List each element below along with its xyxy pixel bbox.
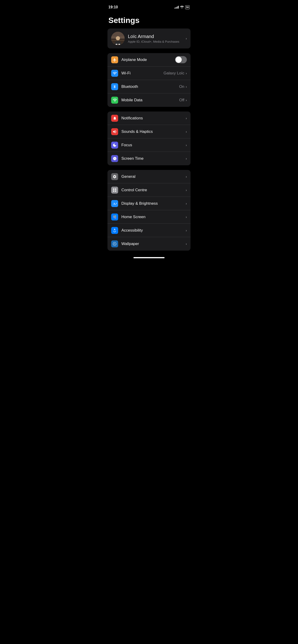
focus-label: Focus	[121, 143, 132, 148]
airplane-mode-row[interactable]: Airplane Mode	[107, 53, 191, 66]
general-label: General	[121, 174, 135, 179]
accessibility-label: Accessibility	[121, 228, 143, 233]
status-time: 19:10	[108, 5, 118, 9]
profile-chevron: ›	[186, 37, 187, 40]
sounds-row[interactable]: Sounds & Haptics ›	[107, 125, 191, 138]
wallpaper-row[interactable]: Wallpaper ›	[107, 237, 191, 250]
wifi-chevron: ›	[186, 72, 187, 75]
wallpaper-label: Wallpaper	[121, 242, 139, 246]
bluetooth-icon	[111, 83, 118, 90]
mobile-data-icon	[111, 97, 118, 104]
control-centre-chevron: ›	[186, 188, 187, 192]
wallpaper-icon	[111, 240, 118, 247]
sounds-label: Sounds & Haptics	[121, 129, 153, 134]
mobile-data-label: Mobile Data	[121, 98, 143, 102]
system-group-2: General › Control Centre › AA Display & …	[107, 170, 191, 250]
notifications-chevron: ›	[186, 116, 187, 120]
sounds-content: Sounds & Haptics ›	[121, 129, 187, 134]
notifications-icon	[111, 115, 118, 122]
screen-time-label: Screen Time	[121, 156, 143, 161]
home-screen-row[interactable]: Home Screen ›	[107, 210, 191, 224]
signal-icon	[175, 6, 179, 8]
profile-subtitle: Apple ID, iCloud+, Media & Purchases	[128, 40, 186, 43]
notifications-row[interactable]: Notifications ›	[107, 112, 191, 125]
bluetooth-content: Bluetooth On ›	[121, 84, 187, 89]
airplane-mode-icon	[111, 56, 118, 63]
page-title: Settings	[104, 11, 194, 28]
bluetooth-row[interactable]: Bluetooth On ›	[107, 80, 191, 94]
display-brightness-content: Display & Brightness ›	[121, 201, 187, 206]
status-bar: 19:10 94	[104, 0, 194, 11]
mobile-data-row[interactable]: Mobile Data Off ›	[107, 94, 191, 107]
accessibility-content: Accessibility ›	[121, 228, 187, 233]
wifi-right: Galaxy Loïc ›	[164, 71, 187, 76]
screen-time-chevron: ›	[186, 157, 187, 160]
screen-time-row[interactable]: Screen Time ›	[107, 152, 191, 165]
bluetooth-right: On ›	[179, 84, 187, 89]
focus-icon	[111, 142, 118, 148]
accessibility-chevron: ›	[186, 228, 187, 232]
airplane-mode-content: Airplane Mode	[121, 56, 187, 63]
svg-rect-10	[115, 190, 116, 192]
display-brightness-row[interactable]: AA Display & Brightness ›	[107, 197, 191, 210]
display-brightness-chevron: ›	[186, 202, 187, 206]
profile-name: Loïc Armand	[128, 34, 186, 39]
svg-rect-9	[113, 190, 114, 192]
focus-content: Focus ›	[121, 143, 187, 148]
svg-point-13	[114, 215, 115, 216]
general-icon	[111, 173, 118, 180]
svg-point-16	[114, 216, 115, 218]
display-brightness-icon: AA	[111, 200, 118, 207]
profile-group: Loïc Armand Apple ID, iCloud+, Media & P…	[107, 28, 191, 48]
home-screen-icon	[111, 214, 118, 220]
svg-point-12	[113, 215, 114, 216]
svg-point-15	[113, 216, 114, 218]
mobile-data-value: Off	[179, 98, 184, 102]
general-content: General ›	[121, 174, 187, 179]
mobile-data-right: Off ›	[179, 98, 187, 102]
home-screen-label: Home Screen	[121, 215, 146, 219]
screen-time-content: Screen Time ›	[121, 156, 187, 161]
control-centre-label: Control Centre	[121, 188, 147, 192]
wifi-row[interactable]: Wi-Fi Galaxy Loïc ›	[107, 66, 191, 80]
notifications-label: Notifications	[121, 116, 143, 120]
system-group-1: Notifications › Sounds & Haptics › Focus…	[107, 112, 191, 165]
profile-row[interactable]: Loïc Armand Apple ID, iCloud+, Media & P…	[107, 28, 191, 48]
svg-rect-8	[115, 188, 116, 190]
control-centre-row[interactable]: Control Centre ›	[107, 183, 191, 197]
profile-info: Loïc Armand Apple ID, iCloud+, Media & P…	[128, 34, 186, 43]
home-bar	[133, 257, 165, 258]
svg-point-17	[115, 216, 116, 218]
accessibility-icon	[111, 227, 118, 234]
svg-point-14	[115, 215, 116, 216]
svg-point-5	[116, 44, 117, 45]
svg-point-18	[113, 218, 114, 218]
status-icons: 94	[175, 5, 190, 9]
svg-point-24	[114, 244, 115, 244]
mobile-data-chevron: ›	[186, 98, 187, 102]
wifi-content: Wi-Fi Galaxy Loïc ›	[121, 71, 187, 76]
home-indicator	[104, 255, 194, 260]
wifi-icon	[111, 70, 118, 77]
notifications-content: Notifications ›	[121, 116, 187, 120]
svg-point-6	[118, 44, 120, 45]
wallpaper-content: Wallpaper ›	[121, 242, 187, 246]
general-row[interactable]: General ›	[107, 170, 191, 183]
sounds-icon	[111, 128, 118, 135]
focus-row[interactable]: Focus ›	[107, 138, 191, 152]
home-screen-content: Home Screen ›	[121, 215, 187, 219]
avatar	[111, 32, 125, 45]
home-screen-chevron: ›	[186, 215, 187, 219]
connectivity-group: Airplane Mode Wi-Fi Galaxy Loïc ›	[107, 53, 191, 107]
svg-text:AA: AA	[113, 202, 117, 206]
svg-point-4	[116, 36, 120, 40]
airplane-mode-label: Airplane Mode	[121, 58, 147, 62]
bluetooth-chevron: ›	[186, 85, 187, 88]
airplane-mode-toggle[interactable]	[175, 56, 187, 63]
focus-chevron: ›	[186, 143, 187, 147]
wifi-status-icon	[180, 6, 184, 9]
accessibility-row[interactable]: Accessibility ›	[107, 224, 191, 237]
control-centre-content: Control Centre ›	[121, 188, 187, 192]
wifi-value: Galaxy Loïc	[164, 71, 184, 76]
svg-point-20	[115, 218, 116, 218]
